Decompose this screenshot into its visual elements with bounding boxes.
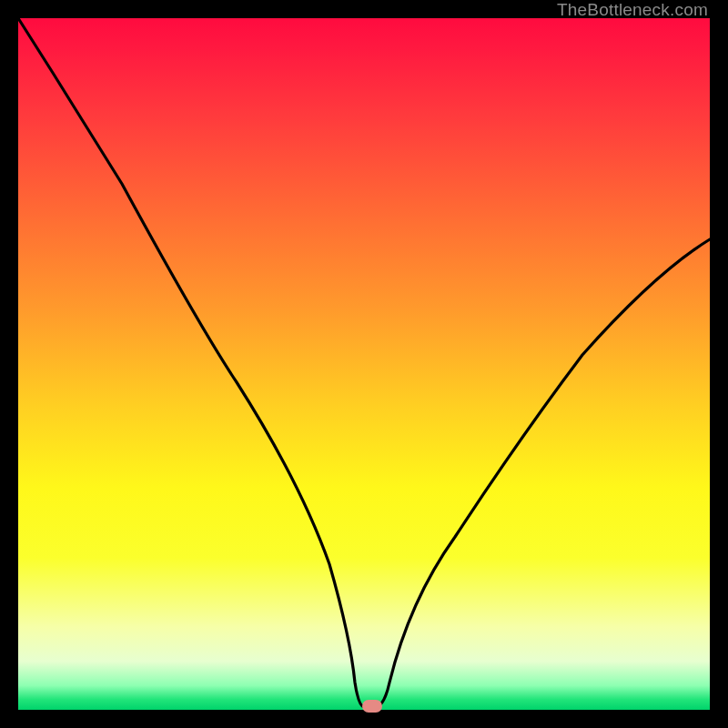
chart-frame: TheBottleneck.com (0, 0, 728, 728)
plot-area (18, 18, 710, 710)
curve-path (18, 18, 710, 707)
optimum-marker (362, 700, 382, 713)
bottleneck-curve (18, 18, 710, 710)
watermark-text: TheBottleneck.com (557, 0, 708, 20)
